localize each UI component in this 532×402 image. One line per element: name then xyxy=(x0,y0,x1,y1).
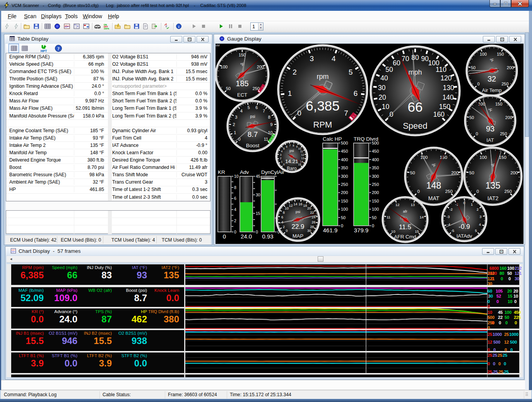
svg-text:0: 0 xyxy=(477,189,479,194)
svg-text:IAT2: IAT2 xyxy=(488,195,499,201)
svg-text:66: 66 xyxy=(408,99,423,114)
svg-text:RPM: RPM xyxy=(313,120,332,129)
svg-text:2: 2 xyxy=(283,225,285,229)
svg-text:200: 200 xyxy=(372,190,379,195)
svg-text:10: 10 xyxy=(234,174,239,179)
svg-text:6: 6 xyxy=(234,196,236,201)
svg-text:450: 450 xyxy=(341,149,348,153)
svg-text:-0.9: -0.9 xyxy=(458,223,470,230)
svg-text:10: 10 xyxy=(391,229,395,233)
svg-text:psi: psi xyxy=(289,149,294,153)
svg-text:3: 3 xyxy=(235,115,237,119)
svg-text:500: 500 xyxy=(341,141,348,145)
svg-text:11: 11 xyxy=(264,137,268,141)
svg-text:13: 13 xyxy=(411,203,415,207)
svg-text:AFR Cmd: AFR Cmd xyxy=(394,234,416,240)
svg-text:Calc HP: Calc HP xyxy=(323,136,342,142)
svg-text:IAT: IAT xyxy=(486,137,494,143)
svg-text:150: 150 xyxy=(341,199,348,203)
svg-text:10: 10 xyxy=(285,206,289,210)
svg-text:100: 100 xyxy=(479,155,487,160)
svg-text:148: 148 xyxy=(426,181,441,191)
svg-text:0: 0 xyxy=(341,223,343,228)
svg-text:7: 7 xyxy=(344,109,348,117)
svg-text:3: 3 xyxy=(479,215,481,219)
svg-text:160: 160 xyxy=(433,111,445,118)
svg-text:2: 2 xyxy=(293,68,297,76)
svg-text:6,385: 6,385 xyxy=(306,98,340,113)
svg-text:0: 0 xyxy=(286,229,287,233)
svg-text:300: 300 xyxy=(341,174,348,179)
svg-text:50: 50 xyxy=(410,170,415,175)
svg-text:30: 30 xyxy=(307,229,311,233)
svg-text:50: 50 xyxy=(385,66,393,73)
svg-text:93: 93 xyxy=(486,124,494,133)
svg-text:100: 100 xyxy=(372,207,379,211)
svg-text:10: 10 xyxy=(298,147,301,150)
svg-text:13: 13 xyxy=(301,157,304,160)
svg-text:3: 3 xyxy=(310,55,314,63)
svg-text:DynCylAir: DynCylAir xyxy=(261,169,285,175)
svg-text:?: ? xyxy=(57,46,60,51)
svg-text:5: 5 xyxy=(248,105,250,110)
svg-text:mph: mph xyxy=(408,68,422,76)
svg-text:100: 100 xyxy=(341,207,348,211)
svg-text:0: 0 xyxy=(372,223,374,228)
svg-text:130: 130 xyxy=(443,84,454,92)
svg-text:0: 0 xyxy=(256,230,258,234)
svg-text:6: 6 xyxy=(286,145,287,148)
svg-text:12: 12 xyxy=(395,203,400,207)
svg-text:4: 4 xyxy=(332,55,336,63)
svg-text:4: 4 xyxy=(234,207,236,212)
svg-text:14: 14 xyxy=(420,215,424,219)
svg-text:30: 30 xyxy=(256,192,260,197)
svg-text:-5: -5 xyxy=(451,228,454,233)
svg-text:8: 8 xyxy=(283,211,285,215)
svg-text:250: 250 xyxy=(372,182,379,187)
svg-text:50: 50 xyxy=(226,86,231,91)
svg-text:20: 20 xyxy=(307,206,311,210)
svg-text:8: 8 xyxy=(293,144,294,147)
svg-text:6: 6 xyxy=(354,89,358,97)
svg-text:45: 45 xyxy=(256,174,260,179)
svg-text:120: 120 xyxy=(440,74,452,82)
svg-text:250: 250 xyxy=(501,82,508,86)
svg-text:200: 200 xyxy=(510,170,518,175)
svg-text:16: 16 xyxy=(298,202,302,206)
svg-text:2: 2 xyxy=(233,122,235,127)
svg-text:100: 100 xyxy=(221,65,228,69)
svg-text:350: 350 xyxy=(372,165,379,170)
svg-text:3: 3 xyxy=(280,153,282,156)
svg-text:379.9: 379.9 xyxy=(354,227,369,233)
svg-text:12: 12 xyxy=(289,204,293,208)
svg-text:14: 14 xyxy=(294,202,298,206)
svg-text:MAT: MAT xyxy=(428,195,440,201)
svg-text:150: 150 xyxy=(239,53,246,57)
svg-text:200: 200 xyxy=(341,190,348,195)
svg-text:5: 5 xyxy=(349,68,353,76)
svg-text:7: 7 xyxy=(289,144,291,147)
svg-text:0: 0 xyxy=(277,230,280,234)
svg-text:22.9: 22.9 xyxy=(291,223,304,230)
svg-text:50: 50 xyxy=(469,170,474,175)
svg-text:150: 150 xyxy=(495,102,502,106)
svg-text:9: 9 xyxy=(296,145,298,148)
svg-text:°F: °F xyxy=(488,108,492,112)
svg-text:8: 8 xyxy=(268,115,270,119)
svg-text:8: 8 xyxy=(234,185,236,190)
svg-text:50: 50 xyxy=(469,115,474,120)
svg-text:HPT: HPT xyxy=(41,49,47,53)
svg-text:10: 10 xyxy=(382,103,390,111)
svg-text:12: 12 xyxy=(301,153,304,156)
svg-text:0: 0 xyxy=(417,189,420,194)
svg-text:0: 0 xyxy=(283,163,285,166)
svg-text:0: 0 xyxy=(463,201,465,205)
svg-text:4: 4 xyxy=(281,150,282,153)
svg-text:90: 90 xyxy=(421,55,429,63)
svg-text:11.5: 11.5 xyxy=(399,223,411,231)
svg-text:50: 50 xyxy=(471,65,476,70)
svg-text:80: 80 xyxy=(411,54,419,61)
svg-text:IATAdv: IATAdv xyxy=(457,233,472,239)
svg-text:Air Temp: Air Temp xyxy=(482,87,501,93)
svg-text:9: 9 xyxy=(270,122,272,127)
